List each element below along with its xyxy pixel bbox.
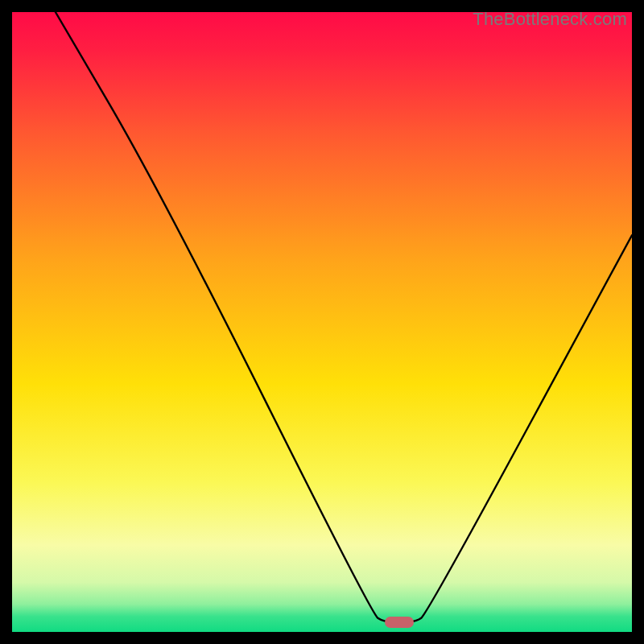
optimal-marker [385,617,414,628]
chart-frame: TheBottleneck.com [12,12,632,632]
plot-svg [12,12,632,632]
watermark-text: TheBottleneck.com [473,9,627,30]
gradient-background [12,12,632,632]
